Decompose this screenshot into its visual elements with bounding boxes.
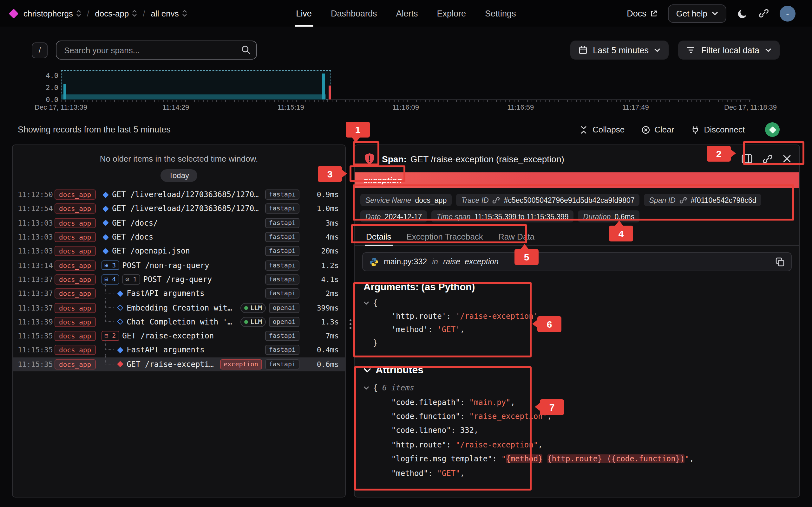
code-indent xyxy=(373,412,392,421)
service-tag: docs_app xyxy=(55,218,96,228)
span-id-pill[interactable]: Span ID#f0110e542c798c6d xyxy=(644,194,762,206)
panel-resize-handle[interactable] xyxy=(346,317,354,331)
trace-row[interactable]: 11:15:35docs_appGET /raise-exception …ex… xyxy=(13,357,345,372)
exception-diamond-icon xyxy=(117,361,123,368)
detail-tab-exception-traceback[interactable]: Exception Traceback xyxy=(399,228,491,245)
copy-span-link-button[interactable] xyxy=(763,154,773,164)
children-count-badge[interactable]: ⊟ 4 xyxy=(101,274,119,284)
span-name: GET /raise-exception (raise_exception) xyxy=(410,154,564,164)
share-link-button[interactable] xyxy=(759,8,769,18)
trace-list-panel: No older items in the selected time wind… xyxy=(12,145,346,498)
no-older-items-text: No older items in the selected time wind… xyxy=(13,154,345,164)
nav-tab-dashboards[interactable]: Dashboards xyxy=(331,0,377,26)
code-chevron-icon[interactable] xyxy=(363,301,373,304)
row-duration: 7ms xyxy=(303,331,339,340)
filter-label: Filter local data xyxy=(701,45,759,55)
time-span-pill: Time span11:15:35.399 to 11:15:35.399 xyxy=(432,210,573,222)
row-duration: 0.6ms xyxy=(303,360,339,369)
code-comment: 6 items xyxy=(382,383,414,392)
trace-row[interactable]: 11:12:50docs_appGET /livereload/12703636… xyxy=(13,187,345,202)
row-duration: 0.9ms xyxy=(303,190,339,199)
service-tag: docs_app xyxy=(55,302,96,313)
close-panel-button[interactable] xyxy=(783,155,791,163)
trace-row[interactable]: 11:13:03docs_appGET /openapi.jsonfastapi… xyxy=(13,244,345,258)
nav-tab-explore[interactable]: Explore xyxy=(437,0,466,26)
span-detail-header: Span:GET /raise-exception (raise_excepti… xyxy=(355,145,799,172)
dark-mode-toggle[interactable] xyxy=(737,8,748,19)
detail-tab-raw-data[interactable]: Raw Data xyxy=(491,228,542,245)
link-icon xyxy=(759,8,769,18)
code-key: "code.lineno" xyxy=(392,426,451,435)
trace-row[interactable]: 11:13:14docs_app⊞ 3POST /non-rag-queryfa… xyxy=(13,258,345,273)
code-indent xyxy=(373,325,392,334)
code-key: "code.function" xyxy=(392,412,460,421)
breadcrumb-env[interactable]: all envs xyxy=(151,9,187,18)
live-status-button[interactable] xyxy=(765,122,780,137)
llm-dot-icon xyxy=(244,320,248,324)
trace-row[interactable]: 11:13:03docs_appGET /docs/fastapi3ms xyxy=(13,216,345,230)
avatar[interactable]: - xyxy=(780,5,796,21)
row-title: POST /rag-query xyxy=(143,275,212,284)
histogram-plot[interactable] xyxy=(61,68,751,100)
service-tag: docs_app xyxy=(55,246,96,257)
row-duration: 3ms xyxy=(303,218,339,227)
breadcrumb-project[interactable]: docs-app xyxy=(95,9,137,18)
exception-shield-icon xyxy=(363,152,376,165)
attributes-heading[interactable]: Attributes xyxy=(363,364,791,376)
code-string: "main.py" xyxy=(469,398,510,406)
pending-badge[interactable]: ⊘ 1 xyxy=(122,274,140,284)
trace-row[interactable]: 11:13:03docs_appGET /docsfastapi4ms xyxy=(13,230,345,244)
trace-row[interactable]: 11:13:37docs_appFastAPI argumentsfastapi… xyxy=(13,286,345,301)
tree-connector-icon xyxy=(105,354,113,364)
trace-rows: 11:12:50docs_appGET /livereload/12703636… xyxy=(13,187,345,372)
time-range-button[interactable]: Last 5 minutes xyxy=(570,41,669,60)
collapse-label: Collapse xyxy=(593,125,624,134)
breadcrumb-org[interactable]: christophergs xyxy=(23,9,81,18)
code-token: : xyxy=(446,441,455,449)
scope-tag: openai xyxy=(269,317,299,327)
tree-connector-icon xyxy=(105,283,113,293)
scope-tag: fastapi xyxy=(265,218,299,228)
nav-tab-settings[interactable]: Settings xyxy=(485,0,516,26)
get-help-button[interactable]: Get help xyxy=(668,4,726,22)
trace-row[interactable]: 11:13:37docs_app⊟ 4⊘ 1POST /rag-queryfas… xyxy=(13,273,345,287)
logfire-logo-icon[interactable] xyxy=(9,8,18,18)
children-count-badge[interactable]: ⊞ 3 xyxy=(101,261,119,270)
collapse-icon xyxy=(579,125,588,134)
collapse-button[interactable]: Collapse xyxy=(579,125,624,134)
clear-button[interactable]: Clear xyxy=(641,125,674,134)
code-token: , xyxy=(460,325,465,334)
row-time: 11:15:35 xyxy=(18,360,55,369)
code-chevron-icon[interactable] xyxy=(363,386,373,390)
scope-tag: fastapi xyxy=(265,246,299,257)
detail-tab-details[interactable]: Details xyxy=(358,228,399,245)
nav-tab-live[interactable]: Live xyxy=(296,0,312,26)
service-tag: docs_app xyxy=(55,232,96,242)
children-count-badge[interactable]: ⊟ 2 xyxy=(101,331,119,341)
trace-row[interactable]: 11:12:54docs_appGET /livereload/12703636… xyxy=(13,202,345,216)
row-time: 11:15:35 xyxy=(18,346,55,354)
source-file[interactable]: main.py:332 xyxy=(384,257,427,266)
copy-button[interactable] xyxy=(775,257,785,267)
span-diamond-icon xyxy=(102,206,108,212)
trace-row[interactable]: 11:13:39docs_appChat Completion with '…L… xyxy=(13,315,345,329)
nav-tabs: LiveDashboardsAlertsExploreSettings xyxy=(296,0,516,26)
disconnect-button[interactable]: Disconnect xyxy=(691,125,745,134)
trace-id-pill[interactable]: Trace ID#c5ec5005042796e91d5db42ca9fd980… xyxy=(456,194,640,206)
panel-layout-button[interactable] xyxy=(742,154,752,164)
breadcrumb-separator: / xyxy=(87,9,89,18)
service-name-value: docs_app xyxy=(415,196,447,204)
toolbar: / Last 5 minutes Filter local data xyxy=(32,41,780,60)
code-string: "raise_exception" xyxy=(469,412,547,421)
trace-row[interactable]: 11:15:35docs_app⊟ 2GET /raise-exceptionf… xyxy=(13,329,345,343)
trace-row[interactable]: 11:15:35docs_appFastAPI argumentsfastapi… xyxy=(13,343,345,357)
row-time: 11:13:03 xyxy=(18,247,55,256)
docs-link[interactable]: Docs xyxy=(627,9,657,18)
row-title: GET /docs xyxy=(112,233,153,241)
nav-tab-alerts[interactable]: Alerts xyxy=(396,0,418,26)
search-input[interactable] xyxy=(56,41,257,60)
filter-button[interactable]: Filter local data xyxy=(678,41,780,60)
trace-row[interactable]: 11:13:37docs_appEmbedding Creation wit…L… xyxy=(13,301,345,315)
today-button[interactable]: Today xyxy=(160,169,197,182)
disconnect-icon xyxy=(691,125,699,134)
